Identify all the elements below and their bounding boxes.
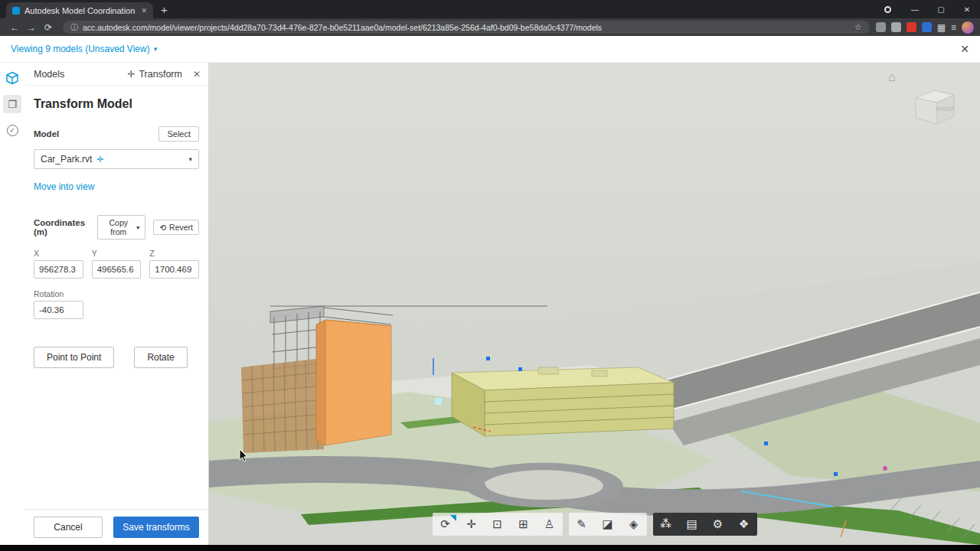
measure-tool[interactable]: ✎: [569, 513, 595, 536]
orbit-tool[interactable]: ⟳: [433, 513, 459, 536]
explode-icon: ◈: [629, 517, 639, 531]
forward-icon[interactable]: →: [23, 22, 40, 33]
copy-from-button[interactable]: Copy from ▾: [97, 215, 145, 240]
y-coordinate-input[interactable]: [92, 260, 142, 279]
revert-button[interactable]: ⟲ Revert: [153, 220, 199, 235]
explode-tool[interactable]: ◈: [621, 513, 647, 536]
extension-icon-2[interactable]: [891, 22, 901, 32]
selected-car-park-model[interactable]: [316, 320, 391, 445]
z-coordinate-input[interactable]: [149, 260, 199, 279]
settings-icon: ⚙: [713, 517, 723, 531]
viewcube-front-label: FRONT: [936, 106, 956, 112]
tab-close-icon[interactable]: ✕: [141, 7, 147, 15]
transform-icon: ✛: [127, 69, 135, 80]
transform-tab-label: Transform: [139, 69, 182, 80]
taskbar-strip: [0, 545, 980, 551]
section-tool[interactable]: ◪: [595, 513, 621, 536]
viewing-models-dropdown[interactable]: Viewing 9 models (Unsaved View): [11, 44, 150, 54]
revert-icon: ⟲: [159, 223, 166, 232]
tab-favicon-icon: [12, 7, 20, 15]
measure-icon: ✎: [577, 517, 586, 531]
extension-icon-3[interactable]: [922, 22, 932, 32]
transform-tab[interactable]: ✛ Transform: [127, 69, 182, 80]
browser-nav-bar: ← → ⟳ ⓘ acc.autodesk.com/model/viewer/pr…: [0, 18, 980, 36]
address-bar[interactable]: ⓘ acc.autodesk.com/model/viewer/projects…: [63, 21, 870, 34]
clash-check-icon[interactable]: ✓: [3, 121, 21, 139]
new-tab-button[interactable]: +: [161, 3, 168, 16]
views-tool[interactable]: ❖: [731, 513, 757, 536]
check-circle-icon: ✓: [7, 125, 18, 136]
window-controls: — ▢ ✕: [884, 0, 980, 18]
window-close-button[interactable]: ✕: [954, 0, 980, 18]
revert-label: Revert: [169, 223, 193, 232]
viewing-bar: Viewing 9 models (Unsaved View) ▾ ✕: [0, 36, 980, 63]
views-panel-icon[interactable]: ❐: [3, 95, 21, 113]
chevron-down-icon: ▾: [188, 155, 192, 163]
page-info-icon[interactable]: ⓘ: [70, 22, 78, 33]
model-tools-group: ⁂ ▤ ⚙ ❖: [653, 513, 757, 536]
url-text: acc.autodesk.com/model/viewer/projects/4…: [83, 23, 602, 32]
browser-extensions: ▦ ≡: [876, 21, 974, 34]
settings-tool[interactable]: ⚙: [705, 513, 731, 536]
properties-tool[interactable]: ▤: [679, 513, 705, 536]
home-view-icon[interactable]: ⌂: [888, 70, 896, 84]
transform-panel: Models ✛ Transform ✕ Transform Model Mod…: [24, 63, 209, 545]
profile-avatar[interactable]: [962, 21, 974, 34]
navigation-tools-group: ⟳ ✛ ⊡ ⊞ ♙: [433, 513, 563, 536]
model-dropdown[interactable]: Car_Park.rvt ✛ ▾: [34, 149, 199, 169]
rotate-button[interactable]: Rotate: [134, 347, 187, 368]
view-cube[interactable]: FRONT: [911, 86, 959, 132]
browser-tab-bar: Autodesk Model Coordination ✕ + — ▢ ✕: [0, 0, 980, 18]
panel-footer: Cancel Save transforms: [24, 509, 208, 545]
panel-header-models-label: Models: [34, 69, 64, 80]
fit-to-view-icon: ⊡: [492, 517, 502, 531]
parking-structure: [452, 367, 674, 436]
extension-adobe-icon[interactable]: [906, 22, 916, 32]
zoom-window-tool[interactable]: ⊞: [511, 513, 537, 536]
x-axis-label: X: [34, 249, 83, 258]
model-viewport[interactable]: ⌂ FRONT ⟳ ✛ ⊡ ⊞ ♙ ✎: [209, 63, 980, 545]
glass-building: [241, 358, 324, 453]
models-nav-icon[interactable]: [3, 69, 21, 87]
rotation-input[interactable]: [34, 301, 83, 319]
cube-icon: [5, 71, 19, 85]
model-dropdown-value: Car_Park.rvt: [41, 154, 92, 165]
copy-from-label: Copy from: [103, 218, 133, 236]
tab-title: Autodesk Model Coordination: [24, 6, 136, 15]
bookmark-star-icon[interactable]: ☆: [854, 22, 862, 32]
model-scene[interactable]: [209, 63, 980, 545]
transform-badge-icon: ✛: [96, 155, 103, 165]
x-coordinate-input[interactable]: [34, 260, 83, 279]
apps-grid-icon[interactable]: ▦: [937, 22, 946, 33]
extension-icon-1[interactable]: [876, 22, 886, 32]
model-label: Model: [34, 129, 59, 139]
fit-to-view-tool[interactable]: ⊡: [485, 513, 511, 536]
y-axis-label: Y: [92, 249, 142, 258]
chevron-down-icon[interactable]: ▾: [154, 45, 158, 53]
move-into-view-link[interactable]: Move into view: [34, 181, 199, 192]
z-axis-label: Z: [149, 249, 199, 258]
reload-icon[interactable]: ⟳: [40, 22, 57, 33]
screen: Autodesk Model Coordination ✕ + — ▢ ✕ ← …: [0, 0, 980, 551]
window-maximize-button[interactable]: ▢: [928, 0, 954, 18]
viewbar-close-icon[interactable]: ✕: [960, 43, 969, 55]
save-transforms-button[interactable]: Save transforms: [113, 517, 199, 538]
chevron-down-icon: ▾: [136, 224, 139, 231]
orbit-icon: ⟳: [440, 517, 450, 531]
coordinate-inputs: X Y Z: [34, 249, 199, 279]
views-icon: ❖: [739, 517, 749, 531]
back-icon[interactable]: ←: [6, 22, 23, 33]
model-browser-tool[interactable]: ⁂: [653, 513, 679, 536]
cancel-button[interactable]: Cancel: [34, 517, 103, 538]
pan-tool[interactable]: ✛: [459, 513, 485, 536]
first-person-tool[interactable]: ♙: [537, 513, 563, 536]
record-icon: [884, 6, 891, 13]
first-person-icon: ♙: [544, 517, 554, 531]
window-minimize-button[interactable]: —: [902, 0, 928, 18]
select-model-button[interactable]: Select: [158, 126, 199, 142]
point-to-point-button[interactable]: Point to Point: [34, 347, 114, 368]
panel-close-icon[interactable]: ✕: [193, 69, 201, 80]
browser-tab[interactable]: Autodesk Model Coordination ✕: [6, 2, 153, 18]
properties-icon: ▤: [686, 517, 697, 531]
reading-list-icon[interactable]: ≡: [951, 22, 956, 33]
